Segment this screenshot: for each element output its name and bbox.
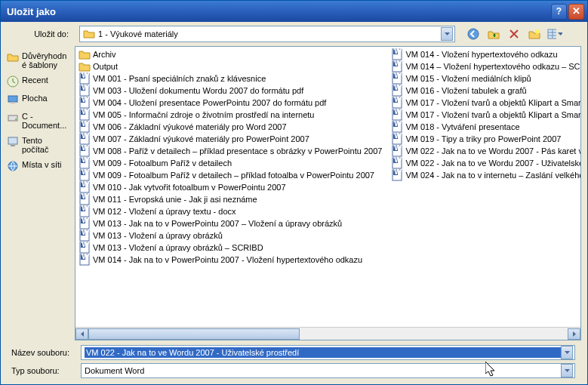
file-item[interactable]: WVM 010 - Jak vytvořit fotoalbum v Power… — [79, 181, 388, 193]
svg-text:W: W — [394, 169, 402, 176]
chevron-down-icon[interactable] — [561, 364, 573, 377]
location-combo[interactable]: 1 - Výukové materiály — [79, 26, 455, 42]
file-label: VM 010 - Jak vytvořit fotoalbum v PowerP… — [93, 183, 286, 192]
svg-text:W: W — [82, 145, 90, 152]
file-item[interactable]: WVM 022 - Jak na to ve Wordu 2007 - Pás … — [391, 145, 580, 157]
word-icon: W — [391, 145, 403, 157]
file-item[interactable]: WVM 022 - Jak na to ve Wordu 2007 - Uživ… — [391, 157, 580, 169]
word-icon: W — [79, 217, 91, 229]
word-icon: W — [391, 169, 403, 181]
svg-text:W: W — [394, 72, 402, 79]
scroll-thumb[interactable] — [88, 328, 300, 340]
file-label: VM 012 - Vložení a úpravy textu - docx — [93, 207, 236, 216]
file-item[interactable]: WVM 024 - Jak na to v internetu – Zaslán… — [391, 169, 580, 181]
up-folder-button[interactable] — [485, 26, 502, 42]
file-item[interactable]: WVM 013 - Vložení a úpravy obrázků – SCR… — [79, 242, 388, 254]
back-arrow-icon — [467, 28, 479, 40]
svg-text:W: W — [394, 97, 402, 103]
filetype-label: Typ souboru: — [7, 366, 81, 375]
place-recent[interactable]: Recent — [5, 73, 70, 90]
svg-rect-8 — [11, 102, 15, 103]
svg-text:W: W — [82, 121, 90, 128]
svg-text:W: W — [394, 145, 402, 152]
file-item[interactable]: WVM 003 - Uložení dokumentu Wordu 2007 d… — [79, 85, 388, 97]
save-in-label: Uložit do: — [7, 29, 75, 38]
file-item[interactable]: Output — [79, 60, 388, 72]
place-thispc[interactable]: Tento počítač — [5, 134, 70, 156]
scroll-track[interactable] — [88, 328, 568, 340]
file-item[interactable]: WVM 017 - Vložení tvarů a objektů Klipar… — [391, 109, 580, 121]
file-item[interactable]: WVM 014 - Vložení hypertextového odkazu — [391, 48, 580, 60]
svg-text:W: W — [394, 109, 402, 116]
new-folder-button[interactable] — [525, 26, 543, 42]
file-item[interactable]: WVM 016 - Vložení tabulek a grafů — [391, 85, 580, 97]
svg-text:W: W — [82, 254, 90, 260]
file-item[interactable]: WVM 007 - Základní výukové materiály pro… — [79, 133, 388, 145]
svg-text:W: W — [82, 72, 90, 79]
help-button[interactable]: ? — [551, 4, 567, 20]
back-button[interactable] — [464, 26, 482, 42]
file-label: VM 018 - Vytváření presentace — [405, 122, 519, 131]
file-item[interactable]: WVM 005 - Informační zdroje o životním p… — [79, 109, 388, 121]
place-desktop[interactable]: Plocha — [5, 91, 70, 108]
svg-text:W: W — [394, 121, 402, 128]
filetype-select[interactable]: Dokument Word — [81, 363, 575, 378]
word-icon: W — [79, 193, 91, 205]
file-label: VM 014 – Vložení hypertextového odkazu –… — [405, 62, 580, 71]
close-button[interactable]: ✕ — [568, 4, 584, 20]
file-item[interactable]: WVM 009 - Fotoalbum Paříž v detailech — [79, 157, 388, 169]
chevron-down-icon[interactable] — [561, 346, 573, 359]
file-label: VM 024 - Jak na to v internetu – Zaslání… — [405, 171, 580, 180]
delete-button[interactable] — [505, 26, 522, 42]
place-network[interactable]: Místa v síti — [5, 158, 70, 174]
word-icon: W — [391, 72, 403, 85]
horizontal-scrollbar[interactable] — [75, 327, 580, 340]
svg-text:W: W — [394, 157, 402, 164]
place-trusted[interactable]: Důvěryhodné šablony — [5, 49, 70, 72]
svg-text:W: W — [82, 169, 90, 176]
scroll-right-button[interactable] — [568, 328, 580, 340]
toolbar: Uložit do: 1 - Výukové materiály — [1, 22, 587, 46]
word-icon: W — [79, 205, 91, 217]
file-item[interactable]: WVM 012 - Vložení a úpravy textu - docx — [79, 205, 388, 217]
network-icon — [7, 160, 19, 172]
save-as-dialog: Uložit jako ? ✕ Uložit do: 1 - Výukové m… — [0, 0, 588, 385]
file-item[interactable]: WVM 013 - Vložení a úpravy obrázků — [79, 229, 388, 242]
file-label: VM 017 - Vložení tvarů a objektů Klipart… — [405, 98, 580, 107]
folder-icon — [79, 48, 91, 60]
file-item[interactable]: Archiv — [79, 48, 388, 60]
file-label: VM 008 - Paříž v detailech – příklad pre… — [93, 146, 382, 156]
file-item[interactable]: WVM 008 - Paříž v detailech – příklad pr… — [79, 145, 388, 157]
chevron-down-icon[interactable] — [441, 27, 453, 41]
views-icon — [546, 28, 556, 40]
filename-input[interactable]: VM 022 - Jak na to ve Wordu 2007 - Uživa… — [81, 345, 575, 360]
file-item[interactable]: WVM 006 - Základní výukové materiály pro… — [79, 121, 388, 133]
dialog-title: Uložit jako — [7, 6, 550, 17]
folder-icon — [7, 51, 19, 63]
place-c[interactable]: C - Document... — [5, 109, 70, 132]
file-item[interactable]: WVM 014 – Vložení hypertextového odkazu … — [391, 60, 580, 72]
file-item[interactable]: WVM 019 - Tipy a triky pro PowerPoint 20… — [391, 133, 580, 145]
folder-icon — [79, 60, 91, 72]
word-icon: W — [79, 121, 91, 133]
file-item[interactable]: WVM 014 - Jak na to v PowerPointu 2007 -… — [79, 254, 388, 266]
word-icon: W — [79, 229, 91, 242]
word-icon: W — [79, 157, 91, 169]
file-label: VM 005 - Informační zdroje o životním pr… — [93, 110, 314, 119]
file-item[interactable]: WVM 015 - Vložení mediálních klipů — [391, 72, 580, 85]
file-item[interactable]: WVM 009 - Fotoalbum Paříž v detailech – … — [79, 169, 388, 181]
new-folder-icon — [528, 28, 540, 40]
views-button[interactable] — [546, 26, 563, 42]
file-label: VM 016 - Vložení tabulek a grafů — [405, 86, 526, 95]
file-item[interactable]: WVM 001 - Psaní speciálních znaků z kláv… — [79, 72, 388, 85]
file-item[interactable]: WVM 017 - Vložení tvarů a objektů Klipar… — [391, 97, 580, 109]
word-icon: W — [391, 157, 403, 169]
file-item[interactable]: WVM 018 - Vytváření presentace — [391, 121, 580, 133]
svg-text:W: W — [82, 205, 90, 212]
place-label: Tento počítač — [22, 136, 69, 154]
file-item[interactable]: WVM 004 - Uložení presentace PowerPointu… — [79, 97, 388, 109]
svg-text:W: W — [394, 60, 402, 67]
file-item[interactable]: WVM 011 - Evropská unie - Jak ji asi nez… — [79, 193, 388, 205]
scroll-left-button[interactable] — [75, 328, 88, 340]
file-item[interactable]: WVM 013 - Jak na to v PowerPointu 2007 –… — [79, 217, 388, 229]
